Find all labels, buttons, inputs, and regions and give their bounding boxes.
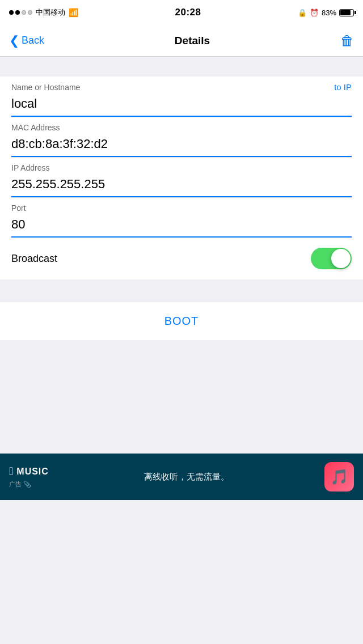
ad-banner[interactable]:  MUSIC 广告 📎 离线收听，无需流量。 🎵 xyxy=(0,454,363,500)
ad-text-label: 广告 xyxy=(9,480,22,489)
alarm-icon: ⏰ xyxy=(310,9,319,17)
ad-label-icon: 📎 xyxy=(23,481,31,488)
toggle-thumb xyxy=(331,249,351,268)
dot3 xyxy=(22,10,26,15)
mac-label: MAC Address xyxy=(11,123,60,132)
port-label-row: Port xyxy=(11,204,352,213)
signal-dots xyxy=(9,10,32,15)
boot-section: BOOT xyxy=(0,302,363,340)
dot1 xyxy=(9,10,14,15)
toggle-track[interactable] xyxy=(311,248,352,269)
nav-bar: ❮ Back Details 🗑 xyxy=(0,25,363,57)
carrier-text: 中国移动 xyxy=(36,7,65,18)
lock-icon: 🔒 xyxy=(298,9,307,17)
ad-description: 离线收听，无需流量。 xyxy=(58,472,315,482)
top-section-gap xyxy=(0,57,363,77)
back-button[interactable]: ❮ Back xyxy=(9,35,44,47)
mac-input[interactable] xyxy=(11,134,352,157)
dot4 xyxy=(28,10,32,15)
mac-field-group: MAC Address xyxy=(11,117,352,158)
ad-label: 广告 📎 xyxy=(9,480,31,489)
wifi-icon: 📶 xyxy=(69,8,78,17)
ip-label: IP Address xyxy=(11,163,49,172)
status-bar: 中国移动 📶 20:28 🔒 ⏰ 83% xyxy=(0,0,363,25)
ad-brand:  MUSIC 广告 📎 xyxy=(9,465,49,489)
broadcast-label: Broadcast xyxy=(11,253,57,265)
to-ip-button[interactable]: to IP xyxy=(334,82,352,92)
broadcast-toggle[interactable] xyxy=(311,248,352,269)
broadcast-row: Broadcast xyxy=(0,238,363,279)
back-label: Back xyxy=(22,35,44,46)
name-label-row: Name or Hostname to IP xyxy=(11,82,352,92)
status-left: 中国移动 📶 xyxy=(9,7,78,18)
port-field-group: Port xyxy=(11,198,352,238)
ip-field-group: IP Address xyxy=(11,158,352,198)
back-chevron-icon: ❮ xyxy=(9,35,19,47)
battery-fill xyxy=(340,10,351,15)
port-input[interactable] xyxy=(11,215,352,238)
music-app-icon[interactable]: 🎵 xyxy=(324,462,354,492)
boot-button[interactable]: BOOT xyxy=(164,315,199,328)
form-section: Name or Hostname to IP MAC Address IP Ad… xyxy=(0,77,363,238)
battery-text: 83% xyxy=(322,9,336,17)
mid-section-gap xyxy=(0,279,363,302)
music-note-icon: 🎵 xyxy=(330,468,348,486)
ip-input[interactable] xyxy=(11,175,352,197)
battery-icon xyxy=(339,9,354,16)
music-text: MUSIC xyxy=(16,467,49,477)
delete-button[interactable]: 🗑 xyxy=(340,33,354,49)
time-display: 20:28 xyxy=(175,7,201,18)
apple-icon:  xyxy=(9,465,13,478)
name-label: Name or Hostname xyxy=(11,83,80,92)
name-input[interactable] xyxy=(11,94,352,117)
ip-label-row: IP Address xyxy=(11,163,352,172)
mac-label-row: MAC Address xyxy=(11,123,352,132)
status-right: 🔒 ⏰ 83% xyxy=(298,9,354,17)
trash-icon: 🗑 xyxy=(340,33,354,48)
page-title: Details xyxy=(175,35,210,47)
apple-music-logo:  MUSIC xyxy=(9,465,49,478)
port-label: Port xyxy=(11,204,26,213)
bottom-gap xyxy=(0,340,363,454)
dot2 xyxy=(15,10,20,15)
name-field-group: Name or Hostname to IP xyxy=(11,77,352,117)
